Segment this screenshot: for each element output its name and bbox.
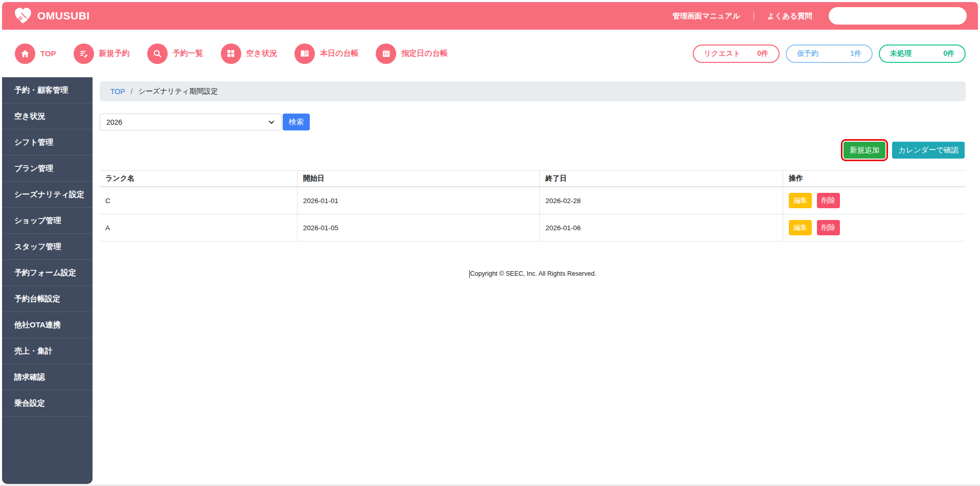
badge-pending[interactable]: 未処理 0件 — [879, 45, 966, 63]
badge-label: 仮予約 — [797, 49, 818, 58]
sidebar-item-label: 売上・集計 — [14, 346, 53, 356]
breadcrumb: TOP / シーズナリティ期間設定 — [100, 81, 966, 101]
nav-item-date-ledger[interactable]: 指定日の台帳 — [376, 43, 447, 64]
edit-button[interactable]: 編集 — [789, 220, 812, 235]
badge-count: 0件 — [757, 49, 768, 58]
nav-label: 本日の台帳 — [320, 49, 358, 58]
sidebar-item-plan[interactable]: プラン管理 — [2, 156, 93, 182]
main-navbar: TOP 新規予約 予約一覧 — [2, 30, 978, 77]
nav-label: 予約一覧 — [173, 49, 203, 58]
badge-count: 0件 — [943, 49, 954, 58]
table-row: C 2026-01-01 2026-02-28 編集 削除 — [100, 187, 966, 214]
heart-handshake-icon — [13, 7, 33, 25]
copyright-text: Copyright © SEEC, Inc. All Rights Reserv… — [470, 270, 597, 277]
badge-provisional[interactable]: 仮予約 1件 — [786, 45, 873, 63]
app-header: OMUSUBI 管理画面マニュアル よくある質問 — [2, 2, 978, 30]
sidebar-item-reservation-form[interactable]: 予約フォーム設定 — [2, 260, 93, 286]
cell-rank: A — [100, 214, 297, 241]
badge-request[interactable]: リクエスト 0件 — [693, 45, 780, 63]
sidebar-item-label: 予約台帳設定 — [14, 294, 60, 304]
badge-count: 1件 — [850, 49, 861, 58]
nav-item-reservation-list[interactable]: 予約一覧 — [147, 43, 203, 64]
breadcrumb-top-link[interactable]: TOP — [110, 87, 125, 96]
delete-button[interactable]: 削除 — [817, 193, 840, 208]
delete-button[interactable]: 削除 — [817, 220, 840, 235]
cell-start-date: 2026-01-01 — [297, 187, 539, 214]
add-new-button[interactable]: 新規追加 — [844, 142, 885, 159]
sidebar-item-label: プラン管理 — [14, 164, 53, 173]
sidebar-item-ota[interactable]: 他社OTA連携 — [2, 312, 93, 338]
sidebar-item-label: 空き状況 — [14, 112, 45, 121]
sidebar-item-label: 請求確認 — [14, 372, 45, 382]
column-header-start: 開始日 — [297, 171, 539, 187]
cell-end-date: 2026-02-28 — [540, 187, 783, 214]
column-header-rank: ランク名 — [100, 171, 297, 187]
sidebar-item-shop[interactable]: ショップ管理 — [2, 208, 93, 234]
column-header-end: 終了日 — [540, 171, 783, 187]
sidebar-item-availability[interactable]: 空き状況 — [2, 103, 93, 129]
manual-link[interactable]: 管理画面マニュアル — [672, 11, 740, 21]
sidebar-item-sales[interactable]: 売上・集計 — [2, 338, 93, 364]
compose-icon — [74, 43, 94, 64]
nav-label: 空き状況 — [246, 49, 277, 58]
sidebar-item-billing[interactable]: 請求確認 — [2, 364, 93, 390]
sidebar-item-label: シーズナリティ設定 — [14, 190, 84, 200]
sidebar-item-label: 予約フォーム設定 — [14, 268, 76, 278]
actions-row: 新規追加 カレンダーで確認 — [100, 142, 966, 159]
sidebar-item-rideshare[interactable]: 乗合設定 — [2, 390, 93, 416]
nav-item-today-ledger[interactable]: 本日の台帳 — [294, 43, 358, 64]
grid-icon — [221, 43, 241, 64]
header-divider — [754, 11, 754, 20]
year-select[interactable]: 2026 — [100, 114, 282, 130]
status-badges: リクエスト 0件 仮予約 1件 未処理 0件 — [693, 45, 978, 63]
chevron-down-icon — [268, 119, 275, 126]
header-links: 管理画面マニュアル よくある質問 — [672, 7, 967, 25]
nav-item-top[interactable]: TOP — [15, 43, 56, 64]
main-content: TOP / シーズナリティ期間設定 2026 検索 新規追加 カレンダーで確認 … — [93, 77, 978, 484]
cell-operations: 編集 削除 — [783, 187, 966, 214]
home-icon — [15, 43, 35, 64]
sidebar-item-label: シフト管理 — [14, 138, 53, 147]
sidebar-item-reservation-customer[interactable]: 予約・顧客管理 — [2, 77, 93, 103]
search-button[interactable]: 検索 — [283, 114, 310, 130]
column-header-operations: 操作 — [783, 171, 966, 187]
sidebar-item-seasonality[interactable]: シーズナリティ設定 — [2, 182, 93, 208]
nav-item-new-reservation[interactable]: 新規予約 — [74, 43, 130, 64]
calendar-icon — [376, 43, 396, 64]
nav-label: 新規予約 — [99, 49, 130, 58]
sidebar-item-staff[interactable]: スタッフ管理 — [2, 234, 93, 260]
table-header-row: ランク名 開始日 終了日 操作 — [100, 171, 966, 187]
sidebar-item-label: 予約・顧客管理 — [14, 85, 68, 95]
sidebar-item-label: ショップ管理 — [14, 216, 61, 226]
book-icon — [294, 43, 315, 64]
cell-operations: 編集 削除 — [783, 214, 966, 241]
table-row: A 2026-01-05 2026-01-06 編集 削除 — [100, 214, 966, 241]
header-search-input[interactable] — [829, 7, 967, 25]
faq-link[interactable]: よくある質問 — [767, 11, 812, 21]
nav-label: 指定日の台帳 — [401, 49, 447, 58]
badge-label: 未処理 — [890, 49, 911, 58]
sidebar-item-reservation-ledger[interactable]: 予約台帳設定 — [2, 286, 93, 312]
nav-label: TOP — [40, 49, 56, 58]
logo[interactable]: OMUSUBI — [13, 7, 90, 25]
seasonality-table: ランク名 開始日 終了日 操作 C 2026-01-01 2026-02-28 … — [100, 170, 966, 241]
cell-start-date: 2026-01-05 — [297, 214, 539, 241]
edit-button[interactable]: 編集 — [789, 193, 812, 208]
search-icon — [147, 43, 168, 64]
breadcrumb-current: シーズナリティ期間設定 — [138, 87, 218, 96]
app-window: OMUSUBI 管理画面マニュアル よくある質問 TOP — [2, 2, 978, 484]
logo-text: OMUSUBI — [37, 10, 90, 22]
text-cursor — [469, 270, 470, 278]
breadcrumb-separator: / — [131, 87, 133, 96]
cell-end-date: 2026-01-06 — [540, 214, 783, 241]
badge-label: リクエスト — [704, 49, 741, 58]
cell-rank: C — [100, 187, 297, 214]
sidebar-item-label: 他社OTA連携 — [14, 320, 61, 330]
sidebar-item-shift[interactable]: シフト管理 — [2, 129, 93, 156]
year-select-value: 2026 — [106, 118, 122, 126]
sidebar: 予約・顧客管理 空き状況 シフト管理 プラン管理 シーズナリティ設定 ショップ管… — [2, 77, 93, 484]
nav-item-availability[interactable]: 空き状況 — [221, 43, 277, 64]
sidebar-item-label: 乗合設定 — [14, 399, 45, 408]
footer-copyright: Copyright © SEEC, Inc. All Rights Reserv… — [100, 270, 966, 278]
calendar-check-button[interactable]: カレンダーで確認 — [892, 142, 965, 159]
